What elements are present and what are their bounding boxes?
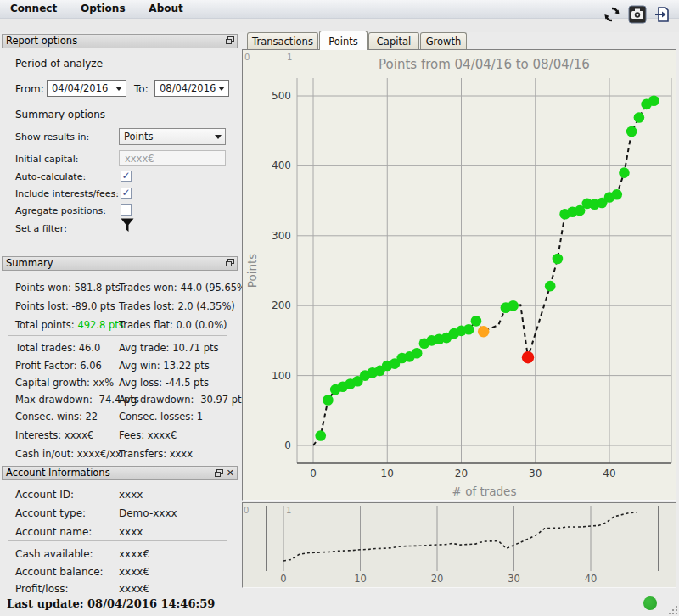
account-type-value: Demo-xxxx <box>119 507 177 519</box>
account-row: Cash available: xxxx€ <box>0 548 236 560</box>
initial-capital-input[interactable]: xxxx€ <box>119 150 226 166</box>
account-balance-value: xxxx€ <box>119 566 149 578</box>
capital-growth: Capital growth: xx% <box>15 377 114 389</box>
float-panel-icon[interactable] <box>226 259 234 266</box>
report-options-header: Report options <box>2 34 238 48</box>
tab-growth[interactable]: Growth <box>420 32 467 49</box>
screenshot-icon[interactable] <box>628 5 647 24</box>
tab-points[interactable]: Points <box>319 31 368 50</box>
avg-drawdown: Avg drawdown: -30.97 pts <box>119 394 247 406</box>
summary-row: Points lost: -89.0 pts Trades lost: 2.0 … <box>0 300 236 312</box>
tab-capital[interactable]: Capital <box>368 32 419 49</box>
summary-row: Interests: xxxx€ Fees: xxxx€ <box>0 429 236 441</box>
svg-text:40: 40 <box>603 468 615 479</box>
account-informations-header: Account Informations ✕ <box>2 466 238 480</box>
include-interests-checkbox[interactable]: ✓ <box>121 188 132 199</box>
summary-header: Summary <box>2 256 238 271</box>
account-row: Account name: xxxx <box>0 526 236 538</box>
account-name-value: xxxx <box>119 526 143 538</box>
summary-row: Points won: 581.8 pts Trades won: 44.0 (… <box>0 282 236 294</box>
float-panel-icon[interactable] <box>226 36 234 44</box>
divider <box>8 335 227 336</box>
initial-capital-label: Initial capital: <box>15 154 79 165</box>
chart-navigator[interactable]: 01020304001 <box>242 502 676 588</box>
svg-text:0: 0 <box>310 468 317 479</box>
filter-funnel-icon[interactable] <box>121 218 134 232</box>
period-of-analyze-label: Period of analyze <box>15 58 103 70</box>
account-balance-label: Account balance: <box>15 566 104 578</box>
avg-win: Avg win: 13.22 pts <box>119 360 210 372</box>
svg-text:Points from 04/04/16 to 08/04/: Points from 04/04/16 to 08/04/16 <box>379 57 590 72</box>
total-trades: Total trades: 46.0 <box>15 342 100 354</box>
export-icon[interactable] <box>654 5 672 24</box>
toolbar-icons <box>603 5 672 24</box>
to-date-value: 08/04/2016 <box>160 82 216 94</box>
close-icon[interactable]: ✕ <box>227 468 234 478</box>
account-row: Account ID: xxxx <box>0 489 236 501</box>
svg-text:300: 300 <box>272 230 291 242</box>
show-results-value: Points <box>124 131 154 143</box>
summary-row: Total trades: 46.0 Avg trade: 10.71 pts <box>0 342 236 354</box>
float-panel-icon[interactable] <box>215 469 223 477</box>
svg-text:0: 0 <box>244 53 250 62</box>
svg-text:40: 40 <box>585 573 598 585</box>
svg-text:0: 0 <box>280 573 286 585</box>
svg-text:10: 10 <box>381 468 394 479</box>
summary-row: Cash in/out: xxxx€/xx Transfers: xxxx <box>0 448 236 460</box>
avg-trade: Avg trade: 10.71 pts <box>119 342 219 354</box>
agregate-positions-checkbox[interactable] <box>121 204 132 216</box>
to-date-select[interactable]: 08/04/2016 <box>154 80 229 97</box>
summary-title: Summary <box>6 257 53 269</box>
svg-text:0: 0 <box>284 440 291 451</box>
tab-transactions[interactable]: Transactions <box>247 32 318 49</box>
summary-options-label: Summary options <box>15 109 105 120</box>
points-chart: 0100200300400500010203040Points from 04/… <box>242 49 676 501</box>
account-informations-title: Account Informations <box>6 467 110 479</box>
trades-won: Trades won: 44.0 (95.65%) <box>119 282 250 294</box>
menu-about[interactable]: About <box>138 0 193 14</box>
account-row: Account balance: xxxx€ <box>0 566 236 578</box>
svg-text:10: 10 <box>354 573 367 585</box>
summary-row: Total points: 492.8 pts Trades flat: 0.0… <box>0 319 236 331</box>
svg-text:1: 1 <box>286 506 291 515</box>
svg-text:500: 500 <box>272 90 291 102</box>
summary-row: Consec. wins: 22 Consec. losses: 1 <box>0 411 236 423</box>
trades-flat: Trades flat: 0.0 (0.0%) <box>119 319 227 331</box>
account-id-value: xxxx <box>119 489 143 501</box>
account-type-label: Account type: <box>15 507 86 519</box>
from-date-select[interactable]: 04/04/2016 <box>47 80 126 97</box>
cash-available-value: xxxx€ <box>119 548 149 560</box>
show-results-select[interactable]: Points <box>119 128 226 145</box>
menu-bar: Connect Options About <box>0 0 679 19</box>
menu-options[interactable]: Options <box>70 0 136 14</box>
chevron-down-icon <box>115 87 122 91</box>
divider <box>665 595 665 612</box>
chevron-down-icon <box>215 135 222 139</box>
auto-calculate-checkbox[interactable]: ✓ <box>121 171 132 182</box>
account-name-label: Account name: <box>15 526 92 538</box>
summary-row: Max drawdown: -74.4 pts Avg drawdown: -3… <box>0 394 236 406</box>
avg-loss: Avg loss: -44.5 pts <box>119 377 209 389</box>
include-interests-label: Include interests/fees: <box>15 188 119 199</box>
svg-text:20: 20 <box>431 573 444 585</box>
total-points-value: 492.8 pts <box>77 319 123 331</box>
profit-loss-label: Profit/loss: <box>15 583 69 595</box>
refresh-icon[interactable] <box>603 5 621 24</box>
from-label: From: <box>15 83 44 95</box>
chevron-down-icon <box>218 87 225 91</box>
report-options-title: Report options <box>6 35 77 47</box>
auto-calculate-label: Auto-calculate: <box>15 171 86 182</box>
menu-connect[interactable]: Connect <box>0 0 67 14</box>
agregate-positions-label: Agregate positions: <box>15 205 106 216</box>
from-date-value: 04/04/2016 <box>52 82 108 94</box>
profit-loss-value: xxxx€ <box>119 583 149 595</box>
svg-text:# of trades: # of trades <box>452 484 517 498</box>
summary-row: Profit Factor: 6.06 Avg win: 13.22 pts <box>0 360 236 372</box>
svg-text:400: 400 <box>272 160 291 171</box>
svg-text:20: 20 <box>455 468 468 479</box>
resize-grip[interactable] <box>667 604 677 614</box>
total-points-label: Total points: <box>15 319 77 331</box>
svg-text:30: 30 <box>508 573 520 585</box>
transfers: Transfers: xxxx <box>119 448 193 460</box>
divider <box>8 540 227 541</box>
